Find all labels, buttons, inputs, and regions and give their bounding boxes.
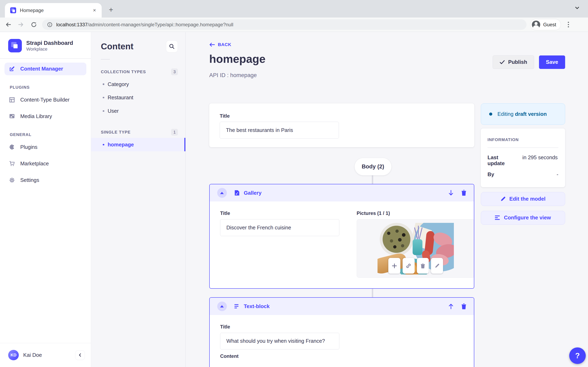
text-block-component: Text-block Title <box>209 297 475 367</box>
information-card: INFORMATION Last update in 295 seconds B… <box>481 128 565 187</box>
feather-pen-icon <box>9 66 15 72</box>
add-picture-button[interactable] <box>388 258 400 274</box>
subnav-title: Content <box>101 42 134 51</box>
pictures-field <box>357 219 475 278</box>
sidebar-item-content-type-builder[interactable]: Content-Type Builder <box>4 93 86 106</box>
editor-main: BACK homepage API ID : homepage Publish … <box>186 32 588 367</box>
single-type-homepage[interactable]: homepage <box>91 138 185 151</box>
sidebar-divider <box>0 58 91 59</box>
sidebar-item-content-manager[interactable]: Content Manager <box>4 63 86 75</box>
move-up-button[interactable] <box>448 303 454 309</box>
delete-component-button[interactable] <box>461 303 467 309</box>
guest-label: Guest <box>543 22 556 27</box>
component-name: Text-block <box>244 303 444 309</box>
back-label: BACK <box>218 42 231 47</box>
delete-picture-button[interactable] <box>417 258 429 274</box>
copy-link-button[interactable] <box>403 258 415 274</box>
user-name: Kai Doe <box>23 352 71 358</box>
collapse-sidebar-button[interactable] <box>75 350 85 360</box>
strapi-favicon-icon <box>10 7 16 13</box>
single-type-label: SINGLE TYPE <box>101 130 131 134</box>
help-button[interactable]: ? <box>569 347 586 364</box>
browser-toolbar: localhost:1337/admin/content-manager/sin… <box>0 17 588 32</box>
sidebar-item-label: Content-Type Builder <box>20 97 69 103</box>
bullet-icon <box>103 97 104 98</box>
brand-title: Strapi Dashboard <box>26 40 73 47</box>
collapse-component-button[interactable] <box>217 188 227 198</box>
url-bar[interactable]: localhost:1337/admin/content-manager/sin… <box>42 19 527 30</box>
configure-view-button[interactable]: Configure the view <box>481 211 565 225</box>
sidebar-item-marketplace[interactable]: Marketplace <box>4 157 86 170</box>
text-block-content-label: Content <box>220 353 463 359</box>
last-update-value: in 295 seconds <box>522 155 558 166</box>
reload-icon[interactable] <box>29 20 38 29</box>
by-label: By <box>488 171 517 177</box>
browser-menu-icon[interactable] <box>565 22 572 27</box>
puzzle-icon <box>9 144 15 150</box>
subnav-divider <box>101 59 110 59</box>
sidebar-item-plugins[interactable]: Plugins <box>4 141 86 153</box>
search-button[interactable] <box>166 40 178 52</box>
picture-file-icon <box>234 190 239 196</box>
back-link[interactable]: BACK <box>209 42 231 47</box>
collection-type-category[interactable]: Category <box>91 77 185 91</box>
title-card: Title <box>209 103 475 147</box>
title-field-label: Title <box>220 113 464 119</box>
last-update-label: Last update <box>488 155 517 166</box>
sidebar-item-label: Marketplace <box>20 161 49 167</box>
api-id-subtitle: API ID : homepage <box>209 72 257 78</box>
guest-button[interactable]: Guest <box>530 19 561 30</box>
browser-tabstrip: Homepage × + <box>0 0 588 17</box>
brand[interactable]: Strapi Dashboard Workplace <box>0 32 91 58</box>
tab-close-icon[interactable]: × <box>91 7 98 14</box>
sidebar-user-row[interactable]: KD Kai Doe <box>0 343 91 367</box>
component-name: Gallery <box>244 190 444 196</box>
sidebar-item-label: Media Library <box>20 113 52 119</box>
publish-button[interactable]: Publish <box>493 55 534 69</box>
collection-types-label: COLLECTION TYPES <box>101 69 146 74</box>
sidebar-section-general: GENERAL <box>10 132 91 137</box>
edit-picture-button[interactable] <box>431 258 443 274</box>
cart-icon <box>9 161 15 167</box>
gear-icon <box>9 177 15 183</box>
collection-type-user[interactable]: User <box>91 104 185 118</box>
picture-actions <box>388 258 443 274</box>
save-button[interactable]: Save <box>539 55 565 69</box>
body-dynamic-zone-pill[interactable]: Body (2) <box>355 158 391 175</box>
sidebar-item-settings[interactable]: Settings <box>4 174 86 186</box>
bullet-icon <box>103 144 104 145</box>
image-icon <box>9 113 15 119</box>
bullet-icon <box>103 83 104 85</box>
new-tab-button[interactable]: + <box>107 6 116 15</box>
back-nav-icon[interactable] <box>4 20 13 29</box>
text-block-title-input[interactable] <box>220 333 339 350</box>
title-input[interactable] <box>220 122 339 139</box>
url-text: localhost:1337/admin/content-manager/sin… <box>56 22 233 27</box>
save-label: Save <box>546 59 558 65</box>
edit-model-label: Edit the model <box>509 196 545 202</box>
gallery-title-input[interactable] <box>220 219 339 236</box>
publish-label: Publish <box>508 59 527 65</box>
sidebar-section-plugins: PLUGINS <box>10 85 91 90</box>
main-sidebar: Strapi Dashboard Workplace Content Manag… <box>0 32 91 367</box>
sidebar-item-media-library[interactable]: Media Library <box>4 110 86 123</box>
move-down-button[interactable] <box>448 190 454 196</box>
collection-type-restaurant[interactable]: Restaurant <box>91 91 185 104</box>
content-subnav: Content COLLECTION TYPES 3 Category Rest… <box>91 32 186 367</box>
chevron-down-icon[interactable] <box>575 5 580 11</box>
collection-type-label: Category <box>108 81 129 87</box>
text-block-component-header[interactable]: Text-block <box>210 298 474 315</box>
sidebar-item-label: Content Manager <box>20 66 63 72</box>
browser-tab[interactable]: Homepage × <box>5 3 102 18</box>
check-icon <box>500 60 505 64</box>
delete-component-button[interactable] <box>461 190 467 196</box>
page-info-icon[interactable] <box>47 22 52 27</box>
collection-type-label: Restaurant <box>108 95 133 100</box>
url-host: localhost:1337 <box>56 22 87 27</box>
edit-model-button[interactable]: Edit the model <box>481 192 565 206</box>
forward-nav-icon[interactable] <box>17 20 26 29</box>
gallery-component-header[interactable]: Gallery <box>210 184 474 201</box>
collapse-component-button[interactable] <box>217 301 227 311</box>
editing-draft-banner: Editing draft version <box>481 103 565 125</box>
gallery-title-label: Title <box>220 210 339 216</box>
